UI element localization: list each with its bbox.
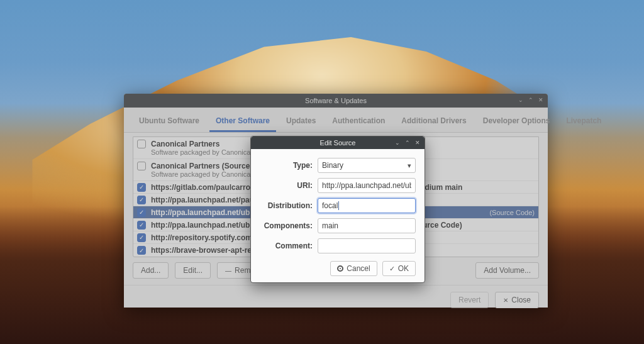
- uri-input[interactable]: [318, 178, 416, 193]
- text-caret: [338, 201, 339, 210]
- chevron-down-icon: [408, 161, 411, 170]
- dialog-close-icon[interactable]: ✕: [413, 138, 422, 147]
- dialog-titlebar: Edit Source ⌄ ⌃ ✕: [251, 136, 425, 149]
- dialog-minimize-icon[interactable]: ⌄: [393, 138, 402, 147]
- uri-label: URI:: [260, 181, 313, 190]
- ok-label: OK: [398, 264, 409, 273]
- type-label: Type:: [260, 161, 313, 170]
- cancel-label: Cancel: [347, 264, 370, 273]
- type-value: Binary: [322, 161, 343, 170]
- ok-button[interactable]: OK: [382, 261, 416, 276]
- components-label: Components:: [260, 221, 313, 230]
- edit-source-dialog: Edit Source ⌄ ⌃ ✕ Type: Binary URI: Dist…: [250, 136, 425, 283]
- dialog-maximize-icon[interactable]: ⌃: [403, 138, 412, 147]
- cancel-button[interactable]: Cancel: [330, 261, 377, 276]
- distribution-label: Distribution:: [260, 201, 313, 210]
- type-select[interactable]: Binary: [318, 158, 416, 173]
- components-input-field[interactable]: [322, 221, 411, 230]
- uri-input-field[interactable]: [322, 181, 411, 190]
- components-input[interactable]: [318, 218, 416, 233]
- comment-label: Comment:: [260, 241, 313, 250]
- tab-livepatch[interactable]: Livepatch: [560, 113, 608, 132]
- check-icon: [389, 264, 395, 273]
- dialog-title: Edit Source: [320, 139, 356, 147]
- distribution-value: focal: [322, 201, 338, 210]
- distribution-input[interactable]: focal: [318, 198, 416, 213]
- cancel-icon: [337, 265, 343, 272]
- comment-input[interactable]: [318, 238, 416, 253]
- comment-input-field[interactable]: [322, 241, 411, 250]
